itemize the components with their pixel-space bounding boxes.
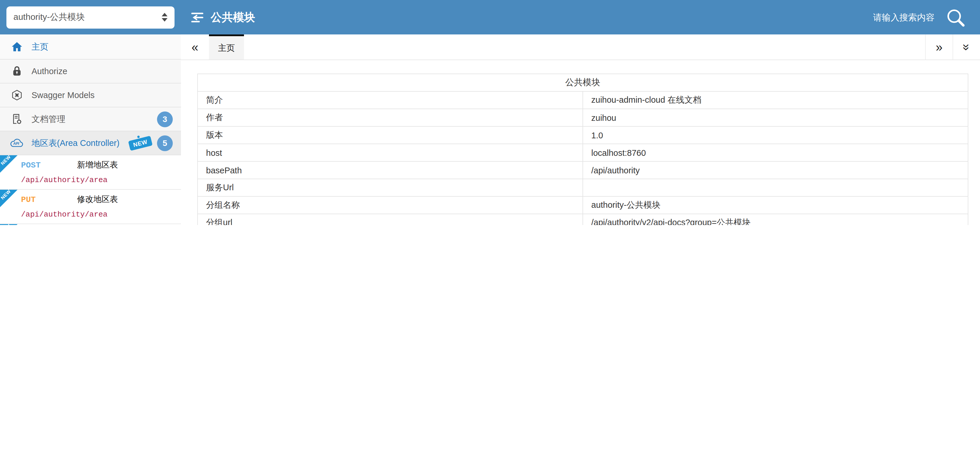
page-title: 公共模块: [211, 10, 255, 25]
endpoint-path: /api/authority/area: [21, 176, 177, 184]
table-row: basePath /api/authority: [197, 161, 968, 179]
row-label: 服务Url: [197, 179, 583, 196]
row-value: zuihou-admin-cloud 在线文档: [583, 91, 968, 109]
row-value: 1.0: [583, 126, 968, 144]
row-value: zuihou: [583, 109, 968, 126]
hexagon-icon: [10, 89, 24, 101]
row-value: localhost:8760: [583, 144, 968, 161]
new-ribbon-icon: NEW: [0, 155, 18, 173]
module-info-table: 公共模块 简介 zuihou-admin-cloud 在线文档 作者 zuiho…: [197, 73, 968, 225]
sidebar-item-authorize[interactable]: Authorize: [0, 60, 181, 83]
count-badge: 3: [157, 111, 173, 127]
swagger-ui-page: authority-公共模块 公共模块: [0, 0, 980, 225]
endpoint-name: 新增地区表: [77, 160, 118, 170]
new-ribbon-icon: NEW: [0, 190, 18, 207]
home-icon: [10, 41, 24, 52]
group-select-value: authority-公共模块: [13, 12, 85, 23]
row-label: 分组url: [197, 214, 583, 225]
row-label: 作者: [197, 109, 583, 126]
endpoint-put-area[interactable]: NEW PUT 修改地区表 /api/authority/area: [0, 190, 181, 224]
table-row: 版本 1.0: [197, 126, 968, 144]
collapse-left-icon[interactable]: «: [181, 35, 209, 60]
row-label: 分组名称: [197, 196, 583, 214]
sidebar-item-label: Swagger Models: [32, 91, 173, 100]
endpoint-list: NEW POST 新增地区表 /api/authority/area NEW P…: [0, 155, 181, 225]
svg-text:API: API: [13, 142, 19, 146]
cloud-api-icon: API: [10, 137, 24, 149]
top-header: authority-公共模块 公共模块: [0, 0, 980, 35]
row-label: 版本: [197, 126, 583, 144]
sidebar-item-label: 地区表(Area Controller): [32, 137, 129, 148]
sidebar: 主页 Authorize Swagger Mode: [0, 35, 181, 225]
sidebar-item-doc-manage[interactable]: 文档管理 3: [0, 107, 181, 131]
row-value: /api/authority/v2/api-docs?group=公共模块: [583, 214, 968, 225]
table-row: 分组名称 authority-公共模块: [197, 196, 968, 214]
sidebar-item-label: Authorize: [32, 67, 173, 76]
double-chevron-down-icon[interactable]: »: [953, 35, 980, 60]
endpoint-get-area-page[interactable]: NEW GET 分页查询地区表 /api/authority/area/page: [0, 224, 181, 225]
app-title: 公共模块: [190, 10, 255, 25]
lock-icon: [10, 65, 24, 77]
endpoint-post-area[interactable]: NEW POST 新增地区表 /api/authority/area: [0, 155, 181, 190]
count-badge: 5: [157, 135, 173, 151]
sidebar-item-label: 文档管理: [32, 113, 152, 125]
expand-right-icon[interactable]: »: [925, 35, 953, 60]
sidebar-item-swagger-models[interactable]: Swagger Models: [0, 83, 181, 107]
row-value: [583, 179, 968, 196]
table-title-row: 公共模块: [197, 74, 968, 91]
new-ribbon-icon: NEW: [0, 224, 18, 225]
document-gear-icon: [10, 113, 24, 125]
group-select[interactable]: authority-公共模块: [6, 6, 175, 28]
row-value: /api/authority: [583, 161, 968, 179]
http-method: POST: [21, 161, 77, 170]
row-value: authority-公共模块: [583, 196, 968, 214]
row-label: host: [197, 144, 583, 161]
new-tag: NEW: [128, 135, 153, 151]
sidebar-item-label: 主页: [32, 41, 173, 52]
table-row: 简介 zuihou-admin-cloud 在线文档: [197, 91, 968, 109]
endpoint-name: 修改地区表: [77, 194, 118, 205]
table-row: 分组url /api/authority/v2/api-docs?group=公…: [197, 214, 968, 225]
table-row: 服务Url: [197, 179, 968, 196]
row-label: 简介: [197, 91, 583, 109]
http-method: PUT: [21, 195, 77, 204]
row-label: basePath: [197, 161, 583, 179]
sidebar-item-area-controller[interactable]: API 地区表(Area Controller) NEW 5: [0, 131, 181, 155]
table-row: 作者 zuihou: [197, 109, 968, 126]
search-input[interactable]: [825, 12, 935, 23]
table-row: host localhost:8760: [197, 144, 968, 161]
sidebar-item-home[interactable]: 主页: [0, 35, 181, 60]
endpoint-path: /api/authority/area: [21, 210, 177, 219]
tab-bar: « 主页 » »: [181, 35, 980, 60]
tab-home[interactable]: 主页: [209, 35, 244, 60]
select-arrows-icon: [162, 13, 167, 22]
filter-lines-icon: [190, 10, 205, 25]
main-content: 公共模块 简介 zuihou-admin-cloud 在线文档 作者 zuiho…: [181, 61, 980, 225]
search-icon[interactable]: [945, 7, 966, 28]
table-title: 公共模块: [197, 74, 968, 91]
